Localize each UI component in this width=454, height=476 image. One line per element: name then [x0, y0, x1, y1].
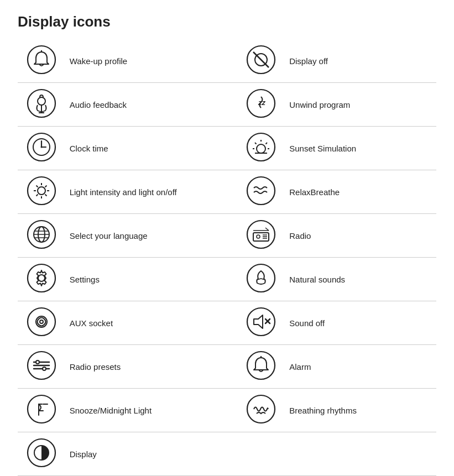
- light-intensity-icon: [18, 170, 65, 214]
- icon-label: Display: [65, 432, 217, 476]
- svg-line-29: [36, 186, 38, 187]
- table-row: Audio feedbackzzUnwind program: [18, 83, 436, 127]
- table-row: Wake-up profileDisplay off: [18, 39, 436, 83]
- icon-label: Natural sounds: [285, 258, 436, 301]
- svg-point-54: [247, 308, 275, 336]
- unwind-program-icon: zz: [238, 83, 285, 127]
- svg-point-63: [43, 367, 46, 370]
- table-row: Light intensity and light on/offRelaxBre…: [18, 170, 436, 214]
- settings-icon: [18, 258, 65, 301]
- radio-icon: [238, 214, 285, 258]
- icon-label: Radio: [285, 214, 436, 258]
- icon-label: Alarm: [285, 345, 436, 389]
- alarm-icon: [238, 345, 285, 389]
- breathing-rhythms-icon: [238, 389, 285, 432]
- select-language-icon: [18, 214, 65, 258]
- svg-point-15: [247, 133, 275, 161]
- table-row: Snooze/Midnight LightBreathing rhythms: [18, 389, 436, 432]
- svg-text:zz: zz: [258, 98, 266, 107]
- snooze-icon: [18, 389, 65, 432]
- icon-label: Display off: [285, 39, 436, 83]
- audio-feedback-icon: [18, 83, 65, 127]
- display-off-icon: [238, 39, 285, 83]
- table-row: AUX socketSound off: [18, 301, 436, 345]
- display-icons-table: Wake-up profileDisplay offAudio feedback…: [18, 39, 436, 476]
- svg-point-14: [40, 147, 42, 148]
- icon-label: Settings: [65, 258, 217, 301]
- svg-point-33: [247, 177, 275, 205]
- svg-point-49: [38, 275, 45, 281]
- table-row: Radio presetsAlarm: [18, 345, 436, 389]
- svg-point-24: [38, 187, 45, 195]
- icon-label: Sound off: [285, 301, 436, 345]
- svg-point-64: [247, 352, 275, 379]
- svg-marker-55: [254, 315, 263, 328]
- svg-point-66: [28, 395, 55, 423]
- svg-point-6: [38, 97, 45, 105]
- table-row: Display: [18, 432, 436, 476]
- table-row: Clock timeSunset Simulation: [18, 127, 436, 170]
- section-title: Display icons: [18, 13, 436, 30]
- svg-point-0: [28, 46, 55, 74]
- svg-line-30: [45, 195, 46, 196]
- table-row: Select your languageRadio: [18, 214, 436, 258]
- svg-line-31: [45, 186, 46, 187]
- icon-label: Wake-up profile: [65, 39, 217, 83]
- sunset-simulation-icon: [238, 127, 285, 170]
- icon-label: Select your language: [65, 214, 217, 258]
- icon-label: Breathing rhythms: [285, 389, 436, 432]
- svg-line-18: [255, 143, 257, 144]
- table-row: SettingsNatural sounds: [18, 258, 436, 301]
- icon-label: RelaxBreathe: [285, 170, 436, 214]
- svg-line-32: [36, 195, 38, 196]
- sound-off-icon: [238, 301, 285, 345]
- icon-label: Clock time: [65, 127, 217, 170]
- svg-point-51: [28, 308, 55, 336]
- icon-label: Unwind program: [285, 83, 436, 127]
- svg-line-19: [266, 143, 268, 144]
- svg-point-48: [28, 264, 55, 292]
- icon-label: Audio feedback: [65, 83, 217, 127]
- svg-point-50: [247, 264, 275, 292]
- icon-label: Sunset Simulation: [285, 127, 436, 170]
- icon-label: Snooze/Midnight Light: [65, 389, 217, 432]
- relaxbreathe-icon: [238, 170, 285, 214]
- clock-time-icon: [18, 127, 65, 170]
- icon-label: Radio presets: [65, 345, 217, 389]
- wake-up-profile-icon: [18, 39, 65, 83]
- svg-point-44: [257, 235, 260, 238]
- svg-point-40: [247, 221, 275, 248]
- svg-point-16: [257, 144, 265, 153]
- radio-presets-icon: [18, 345, 65, 389]
- svg-point-62: [36, 360, 39, 364]
- icon-label: Light intensity and light on/off: [65, 170, 217, 214]
- svg-line-3: [253, 52, 269, 67]
- svg-point-53: [40, 320, 43, 323]
- svg-point-23: [28, 177, 55, 205]
- natural-sounds-icon: [238, 258, 285, 301]
- display-icon: [18, 432, 65, 476]
- aux-socket-icon: [18, 301, 65, 345]
- icon-label: AUX socket: [65, 301, 217, 345]
